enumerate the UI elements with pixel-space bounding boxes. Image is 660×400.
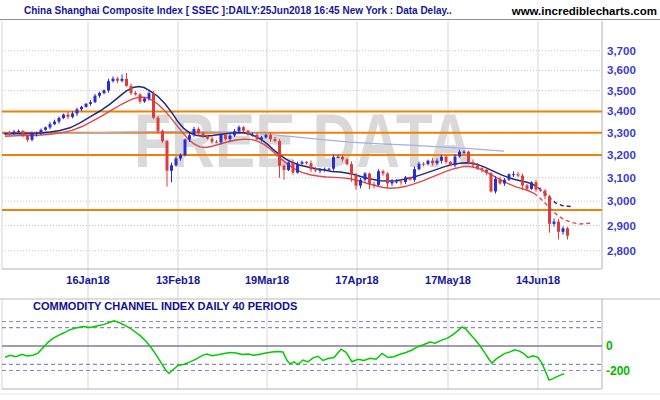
candle-body — [350, 164, 353, 175]
candle-body — [301, 162, 304, 164]
candle-body — [193, 129, 196, 135]
y-axis-label: 3,600 — [607, 64, 636, 76]
candle-body — [337, 157, 340, 158]
x-axis-label: 17May18 — [425, 274, 471, 286]
candle-body — [76, 109, 79, 113]
candle-body — [409, 177, 412, 179]
candle-body — [247, 131, 250, 135]
candle-body — [332, 157, 335, 169]
candle-body — [260, 137, 263, 139]
candle-body — [445, 157, 448, 162]
candle-body — [544, 191, 547, 196]
candle-body — [107, 81, 110, 90]
candle-body — [535, 182, 538, 189]
candle-body — [188, 135, 191, 139]
candle-body — [328, 169, 331, 170]
candle-body — [386, 174, 389, 184]
candle-body — [377, 171, 380, 185]
candle-body — [67, 115, 70, 117]
candle-body — [179, 155, 182, 158]
candle-body — [31, 134, 34, 140]
candle-body — [161, 131, 164, 141]
candle-body — [71, 114, 74, 117]
candle-body — [238, 127, 241, 131]
candle-body — [508, 174, 511, 179]
candle-body — [310, 163, 313, 169]
chart-page: FREE DATA 3,7003,6003,5003,4003,3003,200… — [0, 0, 660, 400]
candle-body — [116, 79, 119, 81]
candle-body — [170, 165, 173, 171]
candle-body — [296, 164, 299, 173]
candle-body — [539, 190, 542, 191]
candle-body — [341, 157, 344, 160]
candle-body — [454, 157, 457, 166]
y-axis-label: 3,300 — [607, 127, 636, 139]
candle-body — [467, 152, 470, 162]
candle-body — [166, 141, 169, 171]
candle-body — [431, 161, 434, 164]
candle-body — [211, 139, 214, 142]
candle-body — [269, 135, 272, 139]
candle-body — [4, 133, 7, 134]
chart-title: China Shanghai Composite Index [ SSEC ]:… — [24, 5, 452, 16]
candle-body — [220, 135, 223, 142]
candle-body — [283, 166, 286, 170]
candle-body — [395, 181, 398, 182]
candle-body — [274, 139, 277, 141]
candle-body — [557, 222, 560, 232]
gridlines — [0, 20, 660, 395]
candle-body — [368, 174, 371, 185]
candle-body — [17, 131, 20, 132]
candle-body — [553, 222, 556, 224]
candle-body — [526, 185, 529, 189]
candle-body — [436, 161, 439, 164]
x-axis-label: 16Jan18 — [66, 274, 109, 286]
candle-body — [148, 93, 151, 98]
candle-body — [472, 162, 475, 165]
candle-body — [175, 159, 178, 166]
candle-body — [251, 135, 254, 136]
candle-body — [139, 95, 142, 102]
candle-body — [413, 169, 416, 180]
candle-body — [548, 196, 551, 224]
candle-body — [215, 142, 218, 143]
candle-body — [530, 182, 533, 189]
candle-body — [427, 161, 430, 164]
candle-body — [319, 170, 322, 171]
candle-body — [62, 115, 65, 118]
site-url[interactable]: www.incrediblecharts.com — [511, 5, 657, 17]
candle-body — [355, 175, 358, 186]
candle-body — [517, 174, 520, 175]
candle-body — [490, 173, 493, 191]
candle-body — [346, 159, 349, 164]
candle-body — [53, 122, 56, 125]
candle-body — [94, 96, 97, 102]
x-axis-label: 17Apr18 — [335, 274, 378, 286]
candle-body — [521, 176, 524, 186]
candle-body — [80, 107, 83, 109]
y-axis-label: 3,700 — [607, 45, 636, 57]
candle-body — [134, 93, 137, 94]
x-axis-label: 19Mar18 — [245, 274, 289, 286]
x-axis-label: 14Jun18 — [516, 274, 560, 286]
price-axis-labels: 3,7003,6003,5003,4003,3003,2003,1003,000… — [607, 45, 636, 257]
candle-body — [314, 169, 317, 170]
cci-axis-label: -200 — [606, 364, 630, 378]
candle-body — [485, 170, 488, 173]
y-axis-label: 3,000 — [607, 195, 636, 207]
candle-body — [229, 135, 232, 139]
y-axis-label: 2,900 — [607, 220, 636, 232]
candle-body — [566, 228, 569, 236]
candle-body — [265, 135, 268, 137]
candle-body — [49, 124, 52, 127]
candle-body — [359, 180, 362, 186]
cci-line — [5, 321, 564, 380]
candle-body — [463, 152, 466, 153]
candle-body — [26, 136, 29, 140]
candle-body — [58, 118, 61, 122]
candle-body — [287, 163, 290, 171]
date-axis-labels: 16Jan1813Feb1819Mar1817Apr1817May1814Jun… — [66, 274, 560, 286]
candle-body — [197, 129, 200, 133]
candle-body — [152, 93, 155, 118]
candle-body — [130, 86, 133, 93]
